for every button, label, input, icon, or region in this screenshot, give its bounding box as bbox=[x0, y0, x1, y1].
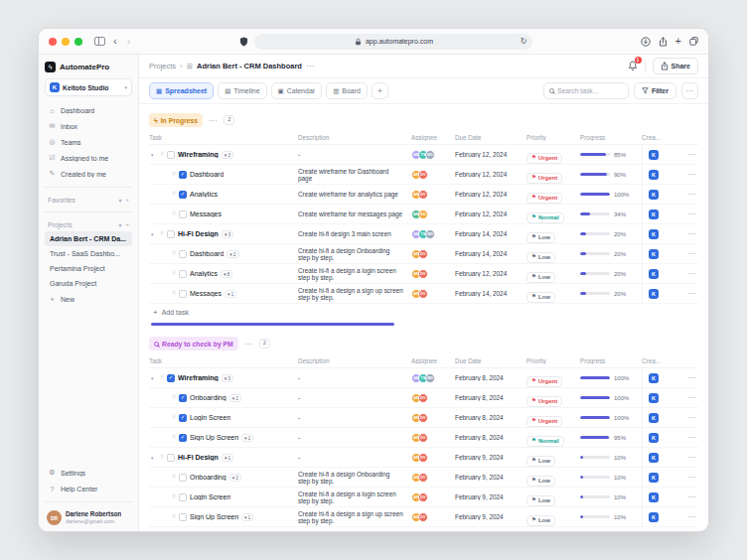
row-more-button[interactable]: ⋯ bbox=[687, 289, 696, 298]
table-row[interactable]: ▾ ⠿ Analytics ▾8 Create hi-fi a design a… bbox=[149, 264, 698, 284]
task-checkbox[interactable] bbox=[179, 250, 187, 258]
task-checkbox[interactable] bbox=[167, 454, 175, 462]
task-checkbox[interactable] bbox=[179, 474, 187, 482]
breadcrumb-more-button[interactable]: ⋯ bbox=[306, 62, 315, 70]
drag-handle-icon[interactable]: ⠿ bbox=[172, 291, 176, 297]
row-more-button[interactable]: ⋯ bbox=[687, 190, 696, 199]
add-view-button[interactable]: + bbox=[372, 82, 388, 99]
assignee-avatars[interactable]: ANDV bbox=[411, 492, 455, 502]
section-more-button[interactable]: ⋯ bbox=[209, 116, 218, 125]
row-more-button[interactable]: ⋯ bbox=[687, 413, 696, 422]
breadcrumb-projects[interactable]: Projects bbox=[149, 62, 176, 70]
sidebar-item-dashboard[interactable]: ⌂Dashboard bbox=[45, 102, 132, 118]
drag-handle-icon[interactable]: ⠿ bbox=[172, 435, 176, 441]
drag-handle-icon[interactable]: ⠿ bbox=[160, 455, 164, 461]
favorites-section-header[interactable]: Favorites ▾ + bbox=[45, 193, 132, 207]
priority-chip[interactable]: ⚑Normal bbox=[526, 212, 564, 223]
sidebar-project-pertamina[interactable]: Pertamina Project bbox=[45, 261, 132, 276]
drag-handle-icon[interactable]: ⠿ bbox=[160, 231, 164, 237]
row-more-button[interactable]: ⋯ bbox=[687, 269, 696, 278]
priority-chip[interactable]: ⚑Low bbox=[526, 252, 555, 263]
search-input[interactable] bbox=[557, 87, 623, 94]
priority-chip[interactable]: ⚑Urgent bbox=[526, 416, 562, 427]
assignee-avatars[interactable]: ABTSMD bbox=[411, 229, 455, 239]
chevron-down-icon[interactable]: ▾ bbox=[118, 197, 121, 204]
drag-handle-icon[interactable]: ⠿ bbox=[172, 211, 176, 217]
table-row[interactable]: ▾ ⠿ Sign Up Screen ▾1 Create hi-fi a des… bbox=[149, 507, 698, 527]
back-button[interactable]: ‹ bbox=[111, 36, 119, 47]
table-row[interactable]: ▾ ⠿ Hi-Fi Design ▾1 - ANDV February 9, 2… bbox=[149, 448, 698, 468]
sidebar-item-teams[interactable]: ◎Teams bbox=[45, 134, 132, 150]
forward-button[interactable]: › bbox=[125, 36, 133, 47]
downloads-icon[interactable] bbox=[641, 37, 651, 47]
table-row[interactable]: ▾ ⠿ Wireframing ▾3 - ABTSMD February 8, … bbox=[149, 368, 698, 388]
table-row[interactable]: ▾ ⠿ Sign Up Screen ▾1 - ANDV February 8,… bbox=[149, 428, 698, 448]
view-options-button[interactable]: ⋯ bbox=[681, 82, 698, 99]
browser-sidebar-toggle-icon[interactable] bbox=[94, 37, 105, 46]
drag-handle-icon[interactable]: ⠿ bbox=[172, 172, 176, 178]
priority-chip[interactable]: ⚑Urgent bbox=[526, 193, 562, 204]
row-expand-chevron[interactable]: ▾ bbox=[151, 231, 157, 237]
row-expand-chevron[interactable]: ▾ bbox=[151, 455, 157, 461]
drag-handle-icon[interactable]: ⠿ bbox=[172, 475, 176, 481]
zoom-window-button[interactable] bbox=[75, 38, 82, 46]
priority-chip[interactable]: ⚑Urgent bbox=[526, 376, 562, 387]
priority-chip[interactable]: ⚑Low bbox=[526, 232, 555, 243]
table-row[interactable]: ▾ ⠿ Dashboard ▾2 Create hi-fi a design O… bbox=[149, 244, 698, 264]
sidebar-item-inbox[interactable]: ✉Inbox bbox=[45, 118, 132, 134]
sidebar-project-garuda[interactable]: Garuda Project bbox=[45, 276, 132, 291]
chevron-down-icon[interactable]: ▾ bbox=[118, 221, 121, 228]
row-more-button[interactable]: ⋯ bbox=[687, 393, 696, 402]
drag-handle-icon[interactable]: ⠿ bbox=[172, 192, 176, 198]
add-task-button[interactable]: +Add task bbox=[149, 304, 698, 321]
section-more-button[interactable]: ⋯ bbox=[244, 340, 253, 349]
row-more-button[interactable]: ⋯ bbox=[687, 512, 696, 521]
close-window-button[interactable] bbox=[49, 38, 57, 46]
table-row[interactable]: ▾ ⠿ Wireframing ▾3 - ABTSMD February 12,… bbox=[149, 145, 698, 165]
sidebar-project-trust[interactable]: Trust - SaaS Dashbo... bbox=[45, 246, 132, 261]
assignee-avatars[interactable]: ANDV bbox=[411, 170, 455, 180]
priority-chip[interactable]: ⚑Low bbox=[526, 292, 555, 303]
priority-chip[interactable]: ⚑Urgent bbox=[526, 153, 562, 164]
task-checkbox[interactable] bbox=[179, 394, 187, 402]
assignee-avatars[interactable]: ABTSMD bbox=[411, 373, 455, 383]
assignee-avatars[interactable]: ANDV bbox=[411, 512, 455, 522]
sidebar-item-assigned-to-me[interactable]: ☑Assigned to me bbox=[45, 150, 132, 166]
task-checkbox[interactable] bbox=[179, 210, 187, 218]
assignee-avatars[interactable]: ABTSMD bbox=[411, 150, 455, 160]
row-more-button[interactable]: ⋯ bbox=[687, 150, 696, 159]
tab-timeline[interactable]: ▤Timeline bbox=[218, 82, 266, 99]
row-more-button[interactable]: ⋯ bbox=[687, 249, 696, 258]
minimize-window-button[interactable] bbox=[62, 38, 70, 46]
share-icon[interactable] bbox=[659, 37, 668, 47]
add-task-button[interactable]: +Add task bbox=[149, 527, 698, 531]
section-status-badge[interactable]: ϟ In Progress bbox=[149, 113, 203, 127]
workspace-selector[interactable]: K Keitoto Studio ▾ bbox=[45, 78, 132, 96]
task-checkbox[interactable] bbox=[179, 414, 187, 422]
new-project-button[interactable]: +New bbox=[45, 291, 132, 307]
projects-section-header[interactable]: Projects ▾ + bbox=[45, 217, 132, 231]
drag-handle-icon[interactable]: ⠿ bbox=[160, 152, 164, 158]
drag-handle-icon[interactable]: ⠿ bbox=[172, 271, 176, 277]
table-row[interactable]: ▾ ⠿ Dashboard Create wireframe for Dashb… bbox=[149, 165, 698, 185]
task-checkbox[interactable] bbox=[179, 493, 187, 501]
row-more-button[interactable]: ⋯ bbox=[687, 473, 696, 482]
assignee-avatars[interactable]: ANDV bbox=[411, 393, 455, 403]
task-checkbox[interactable] bbox=[179, 270, 187, 278]
table-row[interactable]: ▾ ⠿ Onboarding ▾2 Create hi-fi a design … bbox=[149, 468, 698, 488]
priority-chip[interactable]: ⚑Low bbox=[526, 272, 555, 283]
priority-chip[interactable]: ⚑Low bbox=[526, 456, 555, 467]
tab-calendar[interactable]: ▣Calendar bbox=[271, 82, 323, 99]
share-button[interactable]: Share bbox=[653, 58, 698, 74]
row-expand-chevron[interactable]: ▾ bbox=[151, 152, 157, 158]
table-row[interactable]: ▾ ⠿ Hi-Fi Design ▾3 Create hi-fi design … bbox=[149, 224, 698, 244]
table-row[interactable]: ▾ ⠿ Messages ▾1 Create hi-fi a design a … bbox=[149, 284, 698, 304]
priority-chip[interactable]: ⚑Urgent bbox=[526, 396, 562, 407]
sidebar-project-adrian-bert[interactable]: Adrian Bert - CRM Da... bbox=[45, 231, 132, 246]
horizontal-scrollbar[interactable] bbox=[151, 323, 394, 326]
table-row[interactable]: ▾ ⠿ Login Screen Create hi-fi a design a… bbox=[149, 488, 698, 507]
drag-handle-icon[interactable]: ⠿ bbox=[172, 395, 176, 401]
add-project-icon[interactable]: + bbox=[125, 221, 129, 227]
table-row[interactable]: ▾ ⠿ Analytics Create wireframe for analy… bbox=[149, 185, 698, 205]
tab-board[interactable]: ▥Board bbox=[326, 82, 368, 99]
